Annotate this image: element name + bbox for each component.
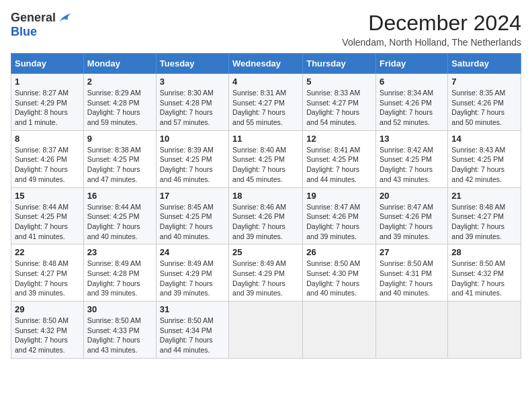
calendar-cell xyxy=(376,302,448,359)
day-number: 5 xyxy=(306,77,372,87)
calendar-cell: 21Sunrise: 8:48 AM Sunset: 4:27 PM Dayli… xyxy=(448,187,521,244)
day-info: Sunrise: 8:33 AM Sunset: 4:27 PM Dayligh… xyxy=(306,88,372,128)
calendar-cell: 31Sunrise: 8:50 AM Sunset: 4:34 PM Dayli… xyxy=(156,302,228,359)
calendar-cell xyxy=(229,302,303,359)
day-info: Sunrise: 8:30 AM Sunset: 4:28 PM Dayligh… xyxy=(160,88,225,128)
day-number: 9 xyxy=(87,134,152,144)
day-info: Sunrise: 8:50 AM Sunset: 4:32 PM Dayligh… xyxy=(15,316,80,355)
day-number: 21 xyxy=(451,191,517,201)
calendar-cell: 8Sunrise: 8:37 AM Sunset: 4:26 PM Daylig… xyxy=(11,130,84,187)
calendar-week-1: 1Sunrise: 8:27 AM Sunset: 4:29 PM Daylig… xyxy=(11,74,521,131)
day-info: Sunrise: 8:48 AM Sunset: 4:27 PM Dayligh… xyxy=(451,202,517,242)
calendar-cell: 10Sunrise: 8:39 AM Sunset: 4:25 PM Dayli… xyxy=(156,130,228,187)
day-info: Sunrise: 8:29 AM Sunset: 4:28 PM Dayligh… xyxy=(87,88,152,128)
day-number: 17 xyxy=(160,191,225,201)
header-sunday: Sunday xyxy=(11,54,84,74)
calendar-week-5: 29Sunrise: 8:50 AM Sunset: 4:32 PM Dayli… xyxy=(11,302,521,359)
calendar-cell: 11Sunrise: 8:40 AM Sunset: 4:25 PM Dayli… xyxy=(229,130,303,187)
day-number: 30 xyxy=(87,304,152,314)
day-number: 18 xyxy=(232,191,299,201)
day-number: 19 xyxy=(306,191,372,201)
header-wednesday: Wednesday xyxy=(229,54,303,74)
calendar-cell: 17Sunrise: 8:45 AM Sunset: 4:25 PM Dayli… xyxy=(156,187,228,244)
day-number: 4 xyxy=(232,77,299,87)
calendar-cell: 1Sunrise: 8:27 AM Sunset: 4:29 PM Daylig… xyxy=(11,74,84,131)
day-info: Sunrise: 8:50 AM Sunset: 4:34 PM Dayligh… xyxy=(160,316,225,355)
calendar-cell: 13Sunrise: 8:42 AM Sunset: 4:25 PM Dayli… xyxy=(376,130,448,187)
day-number: 23 xyxy=(87,247,152,257)
day-number: 1 xyxy=(15,77,80,87)
calendar-cell: 28Sunrise: 8:50 AM Sunset: 4:32 PM Dayli… xyxy=(448,244,521,302)
day-number: 16 xyxy=(87,191,152,201)
header-saturday: Saturday xyxy=(448,54,521,74)
day-info: Sunrise: 8:40 AM Sunset: 4:25 PM Dayligh… xyxy=(232,145,299,185)
calendar-cell: 27Sunrise: 8:50 AM Sunset: 4:31 PM Dayli… xyxy=(376,244,448,302)
day-info: Sunrise: 8:49 AM Sunset: 4:28 PM Dayligh… xyxy=(87,259,152,298)
day-number: 3 xyxy=(160,77,225,87)
day-number: 29 xyxy=(15,304,80,314)
calendar-cell: 24Sunrise: 8:49 AM Sunset: 4:29 PM Dayli… xyxy=(156,244,228,302)
calendar-cell xyxy=(303,302,376,359)
calendar-cell: 19Sunrise: 8:47 AM Sunset: 4:26 PM Dayli… xyxy=(303,187,376,244)
calendar-cell: 15Sunrise: 8:44 AM Sunset: 4:25 PM Dayli… xyxy=(11,187,84,244)
calendar-cell: 5Sunrise: 8:33 AM Sunset: 4:27 PM Daylig… xyxy=(303,74,376,131)
day-info: Sunrise: 8:46 AM Sunset: 4:26 PM Dayligh… xyxy=(232,202,299,242)
day-info: Sunrise: 8:43 AM Sunset: 4:25 PM Dayligh… xyxy=(451,145,517,185)
calendar-cell: 20Sunrise: 8:47 AM Sunset: 4:26 PM Dayli… xyxy=(376,187,448,244)
calendar-cell xyxy=(448,302,521,359)
calendar-cell: 22Sunrise: 8:48 AM Sunset: 4:27 PM Dayli… xyxy=(11,244,84,302)
location: Volendam, North Holland, The Netherlands xyxy=(342,37,521,48)
header-thursday: Thursday xyxy=(303,54,376,74)
month-title: December 2024 xyxy=(342,11,521,36)
day-info: Sunrise: 8:47 AM Sunset: 4:26 PM Dayligh… xyxy=(306,202,372,242)
calendar-cell: 12Sunrise: 8:41 AM Sunset: 4:25 PM Dayli… xyxy=(303,130,376,187)
calendar-cell: 14Sunrise: 8:43 AM Sunset: 4:25 PM Dayli… xyxy=(448,130,521,187)
day-number: 25 xyxy=(232,247,299,257)
day-info: Sunrise: 8:27 AM Sunset: 4:29 PM Dayligh… xyxy=(15,88,80,128)
day-number: 12 xyxy=(306,134,372,144)
calendar-cell: 7Sunrise: 8:35 AM Sunset: 4:26 PM Daylig… xyxy=(448,74,521,131)
logo-blue-text: Blue xyxy=(11,25,37,38)
day-info: Sunrise: 8:42 AM Sunset: 4:25 PM Dayligh… xyxy=(380,145,444,185)
day-number: 11 xyxy=(232,134,299,144)
logo: General Blue xyxy=(11,11,72,39)
calendar-cell: 26Sunrise: 8:50 AM Sunset: 4:30 PM Dayli… xyxy=(303,244,376,302)
day-info: Sunrise: 8:49 AM Sunset: 4:29 PM Dayligh… xyxy=(160,259,225,298)
day-number: 24 xyxy=(160,247,225,257)
day-info: Sunrise: 8:31 AM Sunset: 4:27 PM Dayligh… xyxy=(232,88,299,128)
day-number: 10 xyxy=(160,134,225,144)
day-number: 20 xyxy=(380,191,444,201)
logo-general-text: General xyxy=(11,11,56,25)
header-monday: Monday xyxy=(83,54,156,74)
day-number: 31 xyxy=(160,304,225,314)
day-number: 2 xyxy=(87,77,152,87)
day-info: Sunrise: 8:44 AM Sunset: 4:25 PM Dayligh… xyxy=(87,202,152,242)
calendar-week-2: 8Sunrise: 8:37 AM Sunset: 4:26 PM Daylig… xyxy=(11,130,521,187)
day-info: Sunrise: 8:35 AM Sunset: 4:26 PM Dayligh… xyxy=(451,88,517,128)
calendar-cell: 2Sunrise: 8:29 AM Sunset: 4:28 PM Daylig… xyxy=(83,74,156,131)
day-info: Sunrise: 8:50 AM Sunset: 4:31 PM Dayligh… xyxy=(380,259,444,298)
header-tuesday: Tuesday xyxy=(156,54,228,74)
calendar-cell: 18Sunrise: 8:46 AM Sunset: 4:26 PM Dayli… xyxy=(229,187,303,244)
calendar-cell: 4Sunrise: 8:31 AM Sunset: 4:27 PM Daylig… xyxy=(229,74,303,131)
day-number: 14 xyxy=(451,134,517,144)
calendar-cell: 6Sunrise: 8:34 AM Sunset: 4:26 PM Daylig… xyxy=(376,74,448,131)
day-info: Sunrise: 8:39 AM Sunset: 4:25 PM Dayligh… xyxy=(160,145,225,185)
day-number: 28 xyxy=(451,247,517,257)
title-block: December 2024 Volendam, North Holland, T… xyxy=(342,11,521,48)
day-info: Sunrise: 8:38 AM Sunset: 4:25 PM Dayligh… xyxy=(87,145,152,185)
day-info: Sunrise: 8:48 AM Sunset: 4:27 PM Dayligh… xyxy=(15,259,80,298)
day-number: 6 xyxy=(380,77,444,87)
day-info: Sunrise: 8:47 AM Sunset: 4:26 PM Dayligh… xyxy=(380,202,444,242)
calendar-week-3: 15Sunrise: 8:44 AM Sunset: 4:25 PM Dayli… xyxy=(11,187,521,244)
page-header: General Blue December 2024 Volendam, Nor… xyxy=(11,11,521,48)
calendar-table: SundayMondayTuesdayWednesdayThursdayFrid… xyxy=(11,53,521,359)
day-info: Sunrise: 8:41 AM Sunset: 4:25 PM Dayligh… xyxy=(306,145,372,185)
day-number: 22 xyxy=(15,247,80,257)
calendar-cell: 3Sunrise: 8:30 AM Sunset: 4:28 PM Daylig… xyxy=(156,74,228,131)
day-info: Sunrise: 8:45 AM Sunset: 4:25 PM Dayligh… xyxy=(160,202,225,242)
calendar-cell: 16Sunrise: 8:44 AM Sunset: 4:25 PM Dayli… xyxy=(83,187,156,244)
day-number: 8 xyxy=(15,134,80,144)
header-friday: Friday xyxy=(376,54,448,74)
calendar-cell: 25Sunrise: 8:49 AM Sunset: 4:29 PM Dayli… xyxy=(229,244,303,302)
